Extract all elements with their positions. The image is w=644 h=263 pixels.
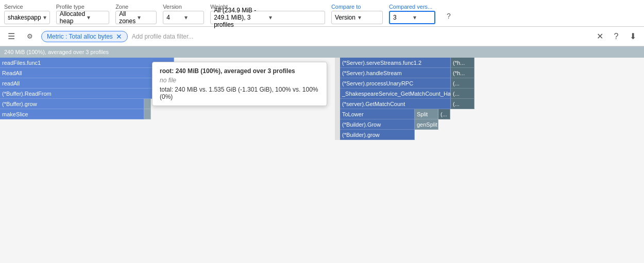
summary-text: 240 MiB (100%), averaged over 3 profiles (4, 49, 109, 55)
compared-version-chevron-icon: ▾ (413, 14, 431, 21)
flame-cell[interactable]: (*Server).handleStream (340, 68, 451, 78)
version-chevron-icon: ▾ (184, 14, 200, 21)
flame-cell[interactable]: makeSlice (0, 109, 144, 119)
filter-bar: ☰ ⚙ Metric : Total alloc bytes ✕ Add pro… (0, 27, 644, 46)
flame-cell[interactable]: Split (415, 109, 438, 119)
flame-gap (335, 130, 340, 140)
flame-cell[interactable]: genSplit (415, 119, 438, 130)
flame-cell[interactable] (144, 109, 151, 119)
zone-group: Zone All zones ▾ (115, 4, 157, 24)
flame-cell[interactable]: (... (438, 109, 450, 119)
flame-cell[interactable]: (... (451, 99, 474, 109)
service-group: Service shakespapp ▾ (4, 4, 50, 24)
flame-gap (335, 99, 340, 109)
tooltip-file: no file (160, 77, 319, 84)
weight-group: Weight All (234.9 MiB - 249.1 MiB), 3 pr… (210, 4, 325, 24)
zone-label: Zone (115, 4, 157, 10)
compared-version-select[interactable]: 3 ▾ (389, 11, 435, 24)
flame-gap (335, 78, 340, 89)
zone-chevron-icon: ▾ (138, 14, 153, 21)
weight-value: All (234.9 MiB - 249.1 MiB), 3 profiles (214, 7, 266, 28)
compare-to-label: Compare to (331, 4, 383, 10)
close-button[interactable]: ✕ (592, 29, 607, 44)
tooltip-total: total: 240 MiB vs. 1.535 GiB (-1.301 GiB… (160, 86, 319, 100)
compare-to-select[interactable]: Version ▾ (331, 11, 383, 24)
flame-gap (335, 68, 340, 78)
flame-cell[interactable]: readFiles.func1 (0, 58, 174, 68)
profile-type-chevron-icon: ▾ (87, 14, 106, 21)
tooltip: root: 240 MiB (100%), averaged over 3 pr… (152, 62, 327, 106)
profile-type-group: Profile type Allocated heap ▾ (56, 4, 109, 24)
filter-add-text[interactable]: Add profile data filter... (132, 33, 193, 40)
flame-cell[interactable]: (*h... (451, 68, 474, 78)
download-button[interactable]: ⬇ (625, 29, 640, 44)
flame-gap (335, 119, 340, 130)
flame-cell[interactable]: (*Server).serveStreams.func1.2 (340, 58, 451, 68)
flame-gap (335, 89, 340, 99)
filter-chip[interactable]: Metric : Total alloc bytes ✕ (41, 31, 128, 42)
flame-cell[interactable]: (*h... (451, 58, 474, 68)
compared-version-value: 3 (393, 14, 411, 21)
compare-to-chevron-icon: ▾ (358, 14, 379, 21)
toolbar: Service shakespapp ▾ Profile type Alloca… (0, 0, 644, 27)
flame-cell[interactable]: (*server).GetMatchCount (340, 99, 451, 109)
compare-to-value: Version (335, 14, 356, 21)
service-chevron-icon: ▾ (43, 14, 46, 21)
help-filter-button[interactable]: ? (609, 29, 623, 44)
flame-gap (335, 58, 340, 68)
version-value: 4 (166, 14, 182, 21)
flame-cell[interactable]: readAll (0, 78, 174, 89)
filter-right-actions: ✕ ? ⬇ (592, 29, 640, 44)
help-button[interactable]: ? (442, 9, 456, 23)
weight-chevron-icon: ▾ (269, 14, 321, 21)
weight-select[interactable]: All (234.9 MiB - 249.1 MiB), 3 profiles … (210, 11, 325, 24)
filter-chip-label: Metric : Total alloc bytes (47, 33, 113, 40)
flame-cell[interactable] (144, 99, 151, 109)
tooltip-title: root: 240 MiB (100%), averaged over 3 pr… (160, 67, 319, 75)
compared-version-group: Compared vers... 3 ▾ (389, 4, 435, 24)
filter-options-button[interactable]: ⚙ (23, 29, 37, 44)
flamegraph-area: 240 MiB (100%), averaged over 3 profiles… (0, 46, 644, 263)
table-row: makeSliceToLowerSplit(... (0, 109, 644, 119)
table-row: (*Builder).grow (0, 130, 644, 140)
flame-cell[interactable]: ToLower (340, 109, 415, 119)
flame-cell[interactable]: (*Builder).Grow (340, 119, 415, 130)
service-label: Service (4, 4, 50, 10)
compared-version-label: Compared vers... (389, 4, 435, 10)
summary-bar: 240 MiB (100%), averaged over 3 profiles (0, 46, 644, 58)
flame-gap (335, 109, 340, 119)
service-value: shakespapp (8, 14, 41, 21)
service-select[interactable]: shakespapp ▾ (4, 11, 50, 24)
table-row: (*Builder).GrowgenSplit (0, 119, 644, 130)
view-toggle-button[interactable]: ☰ (4, 29, 19, 44)
filter-chip-close-icon[interactable]: ✕ (116, 32, 122, 41)
flame-cell[interactable]: (... (451, 89, 474, 99)
flame-cell[interactable]: ReadAll (0, 68, 174, 78)
flame-cell[interactable]: (*Server).processUnaryRPC (340, 78, 451, 89)
flame-cell[interactable]: (*Buffer).grow (0, 99, 144, 109)
zone-value: All zones (119, 10, 135, 25)
flame-cell[interactable]: _ShakespeareService_GetMatchCount_Handle… (340, 89, 451, 99)
profile-type-value: Allocated heap (60, 10, 85, 25)
version-label: Version (163, 4, 204, 10)
compare-to-group: Compare to Version ▾ (331, 4, 383, 24)
flame-cell[interactable]: (*Buffer).ReadFrom (0, 89, 174, 99)
profile-type-label: Profile type (56, 4, 109, 10)
flame-cell[interactable]: (*Builder).grow (340, 130, 415, 140)
version-group: Version 4 ▾ (163, 4, 204, 24)
zone-select[interactable]: All zones ▾ (115, 11, 157, 24)
version-select[interactable]: 4 ▾ (163, 11, 204, 24)
flame-cell[interactable]: (... (451, 78, 474, 89)
profile-type-select[interactable]: Allocated heap ▾ (56, 11, 109, 24)
